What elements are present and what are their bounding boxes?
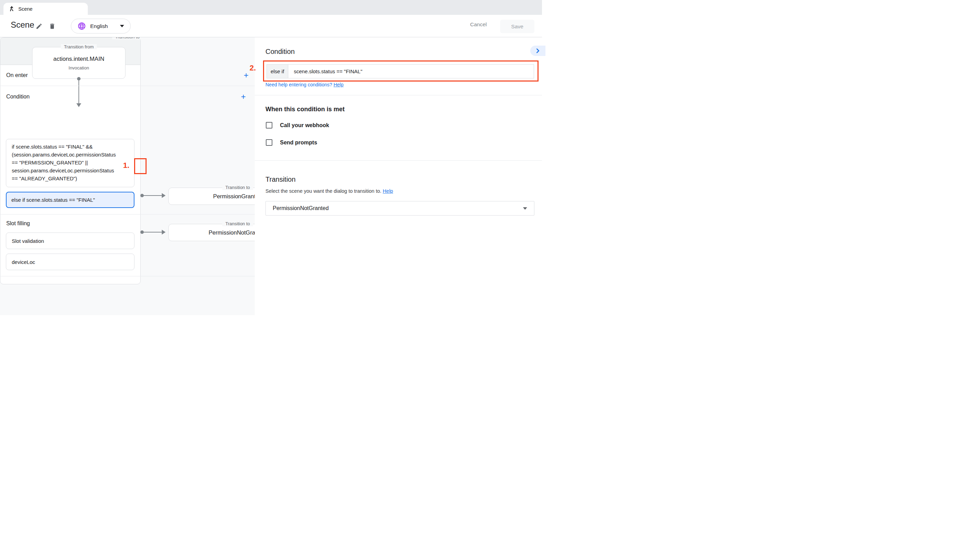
page-title: Scene bbox=[11, 20, 34, 30]
when-met-heading: When this condition is met bbox=[266, 106, 345, 113]
arrow-right-icon bbox=[162, 193, 165, 198]
annotation-step-1: 1. bbox=[123, 161, 129, 170]
pencil-icon bbox=[36, 23, 42, 30]
annotation-box-1 bbox=[134, 158, 147, 174]
transition-to-legend: Transition to bbox=[222, 185, 253, 190]
target-scene-name: PermissionGranted bbox=[213, 193, 255, 200]
call-webhook-checkbox[interactable] bbox=[266, 122, 272, 128]
dropdown-caret-icon bbox=[523, 207, 527, 210]
scene-tab[interactable]: Scene bbox=[3, 3, 88, 15]
target-scene-name: PermissionNotGranted bbox=[209, 230, 255, 236]
send-prompts-checkbox[interactable] bbox=[266, 139, 272, 146]
deviceloc-slot-card[interactable]: deviceLoc bbox=[6, 254, 135, 270]
intent-name: actions.intent.MAIN bbox=[53, 56, 104, 63]
section-divider bbox=[0, 276, 255, 277]
slot-validation-card[interactable]: Slot validation bbox=[6, 233, 135, 249]
chevron-down-icon bbox=[120, 25, 124, 27]
condition-section-header: Condition + bbox=[0, 86, 255, 107]
annotation-step-2: 2. bbox=[250, 63, 256, 73]
annotation-box-2 bbox=[263, 60, 538, 81]
collapse-panel-button[interactable] bbox=[530, 45, 542, 56]
call-webhook-label: Call your webhook bbox=[280, 122, 329, 128]
chevron-right-icon bbox=[535, 48, 541, 54]
transition-heading: Transition bbox=[266, 175, 295, 183]
dropdown-value: PermissionNotGranted bbox=[273, 205, 523, 211]
condition-help-text: Need help entering conditions? Help bbox=[266, 82, 344, 87]
scene-icon bbox=[8, 5, 15, 12]
transition-scene-dropdown[interactable]: PermissionNotGranted bbox=[266, 201, 534, 215]
prompts-option-row: Send prompts bbox=[266, 139, 317, 146]
connector-line bbox=[143, 232, 162, 233]
arrow-right-icon bbox=[162, 230, 165, 235]
connector-line bbox=[143, 195, 162, 196]
on-enter-label: On enter bbox=[6, 72, 28, 78]
permission-not-granted-node[interactable]: Transition to PermissionNotGranted bbox=[169, 224, 255, 241]
scene-graph-canvas: Transition from actions.intent.MAIN Invo… bbox=[0, 37, 255, 315]
tab-strip: Scene bbox=[0, 0, 542, 15]
condition-card-2-selected[interactable]: else if scene.slots.status == "FINAL" bbox=[6, 192, 135, 208]
permission-granted-node[interactable]: Transition to PermissionGranted bbox=[169, 188, 255, 205]
help-link[interactable]: Help bbox=[334, 82, 344, 87]
transition-from-legend: Transition from bbox=[61, 44, 97, 49]
edit-scene-button[interactable] bbox=[34, 22, 44, 31]
add-condition-button[interactable]: + bbox=[241, 92, 246, 101]
send-prompts-label: Send prompts bbox=[280, 139, 317, 146]
cancel-button[interactable]: Cancel bbox=[470, 21, 487, 28]
on-enter-section: On enter + bbox=[0, 65, 255, 86]
language-selector[interactable]: English bbox=[71, 19, 131, 34]
panel-divider bbox=[255, 160, 542, 161]
tab-label: Scene bbox=[18, 6, 32, 12]
language-label: English bbox=[90, 23, 116, 29]
scene-node-card: Transition to Scene Scene On enter + Con… bbox=[0, 37, 141, 284]
transition-to-legend: Transition to bbox=[112, 37, 143, 39]
globe-icon bbox=[78, 22, 86, 31]
slot-filling-label: Slot filling bbox=[6, 220, 30, 227]
transition-description-text: Select the scene you want the dialog to … bbox=[266, 188, 383, 194]
add-on-enter-button[interactable]: + bbox=[244, 71, 248, 79]
delete-scene-button[interactable] bbox=[48, 22, 57, 31]
transition-help-link[interactable]: Help bbox=[383, 188, 393, 194]
panel-divider bbox=[255, 95, 542, 95]
condition-detail-panel: Condition else if Need help entering con… bbox=[255, 37, 542, 315]
trash-icon bbox=[49, 23, 56, 30]
help-text: Need help entering conditions? bbox=[266, 82, 334, 87]
transition-to-legend: Transition to bbox=[222, 221, 253, 226]
condition-heading: Condition bbox=[266, 48, 295, 56]
save-button[interactable]: Save bbox=[500, 20, 534, 33]
condition-label: Condition bbox=[6, 94, 30, 100]
transition-description: Select the scene you want the dialog to … bbox=[266, 188, 393, 194]
webhook-option-row: Call your webhook bbox=[266, 122, 329, 128]
condition-card-1[interactable]: if scene.slots.status == "FINAL" && (ses… bbox=[6, 139, 135, 187]
